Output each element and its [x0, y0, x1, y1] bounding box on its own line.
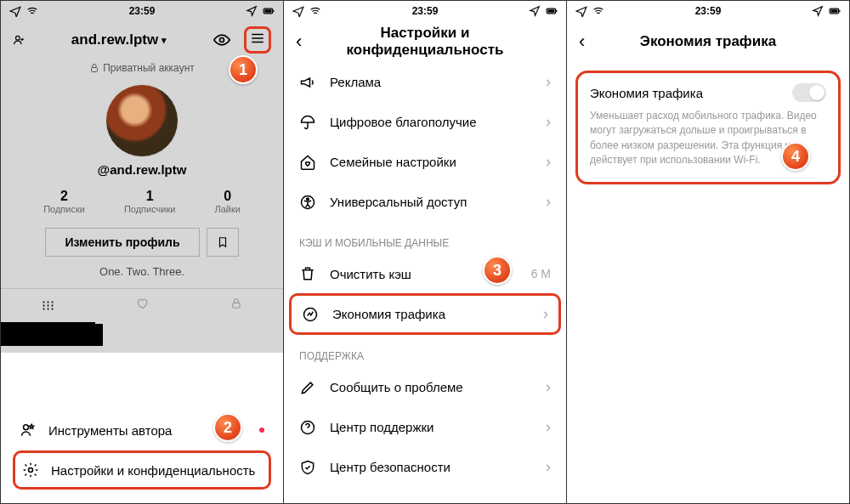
phone-profile: 23:59 and.rew.lptw 1 Приватный аккаунт @…	[1, 1, 283, 503]
person-star-icon	[20, 422, 37, 439]
phone-settings: 23:59 ‹ Настройки и конфиденциальность Р…	[284, 1, 566, 503]
location-icon	[246, 5, 258, 17]
badge-1: 1	[229, 55, 258, 84]
location-icon	[812, 5, 824, 17]
row-family[interactable]: Семейные настройки›	[284, 142, 566, 182]
svg-rect-17	[839, 10, 840, 12]
badge-3: 3	[483, 256, 512, 285]
location-icon	[529, 5, 541, 17]
question-icon	[299, 419, 316, 436]
row-help[interactable]: Центр поддержки›	[284, 407, 566, 447]
tab-liked[interactable]	[95, 289, 190, 324]
shield-icon	[299, 459, 316, 476]
sheet-settings[interactable]: Настройки и конфиденциальность	[13, 450, 271, 490]
highlight-data-saver: Экономия трафика›	[289, 293, 561, 335]
bookmark-button[interactable]	[207, 228, 239, 257]
airplane-icon	[9, 5, 21, 17]
phone-data-saver: 23:59 ‹ Экономия трафика Экономия трафик…	[567, 1, 849, 503]
stat-followers[interactable]: 1Подписчики	[124, 189, 176, 214]
toggle-switch[interactable]	[792, 83, 826, 102]
sheet-creator-label: Инструменты автора	[48, 423, 172, 438]
saver-toggle-label: Экономия трафика	[590, 86, 703, 100]
svg-rect-2	[264, 9, 271, 13]
saver-header: ‹ Экономия трафика	[567, 21, 849, 62]
notification-dot	[259, 428, 264, 433]
accessibility-icon	[299, 194, 316, 211]
svg-point-8	[29, 468, 33, 473]
profile-header: and.rew.lptw	[1, 21, 283, 55]
svg-rect-11	[547, 9, 554, 13]
status-time: 23:59	[695, 5, 722, 17]
saver-toggle-row[interactable]: Экономия трафика	[590, 83, 826, 102]
data-saver-icon	[302, 306, 319, 323]
battery-icon	[546, 5, 558, 17]
svg-rect-10	[556, 10, 557, 12]
svg-rect-18	[830, 9, 837, 13]
wifi-icon	[592, 5, 604, 17]
menu-button[interactable]	[244, 26, 271, 54]
status-time: 23:59	[129, 5, 156, 17]
private-label: Приватный аккаунт	[103, 62, 195, 74]
battery-icon	[829, 5, 841, 17]
row-report[interactable]: Сообщить о проблеме›	[284, 367, 566, 407]
row-safety[interactable]: Центр безопасности›	[284, 447, 566, 487]
heart-icon	[136, 297, 148, 309]
bio: One. Two. Three.	[1, 265, 283, 278]
settings-header: ‹ Настройки и конфиденциальность	[284, 21, 566, 62]
battery-icon	[263, 5, 275, 17]
row-data-saver[interactable]: Экономия трафика›	[292, 296, 558, 332]
gear-icon	[22, 462, 39, 479]
status-bar: 23:59	[284, 1, 566, 21]
megaphone-icon	[299, 74, 316, 91]
row-wellbeing[interactable]: Цифровое благополучие›	[284, 102, 566, 142]
profile-area: Приватный аккаунт @and.rew.lptw 2Подписк…	[1, 55, 283, 353]
stat-likes[interactable]: 0Лайки	[214, 189, 240, 214]
svg-point-13	[307, 198, 309, 201]
page-title: Настройки и конфиденциальность	[316, 25, 534, 59]
bookmark-icon	[217, 236, 229, 248]
svg-rect-1	[273, 10, 274, 12]
add-user-icon[interactable]	[13, 34, 25, 46]
section-support: ПОДДЕРЖКА	[284, 335, 566, 367]
badge-2: 2	[213, 413, 242, 442]
settings-list: Реклама› Цифровое благополучие› Семейные…	[284, 62, 566, 503]
status-bar: 23:59	[567, 1, 849, 21]
cache-size: 6 M	[531, 267, 551, 280]
handle: @and.rew.lptw	[1, 162, 283, 177]
trash-icon	[299, 265, 316, 282]
lock-icon	[89, 63, 99, 73]
umbrella-icon	[299, 114, 316, 131]
wifi-icon	[309, 5, 321, 17]
lock-tab-icon	[230, 297, 242, 309]
tab-grid[interactable]: ⁝⁝⁝	[1, 289, 95, 324]
profile-tabs: ⁝⁝⁝	[1, 288, 283, 324]
sheet-settings-label: Настройки и конфиденциальность	[51, 463, 255, 478]
row-clear-cache[interactable]: Очистить кэш 6 M	[284, 254, 566, 293]
stats: 2Подписки 1Подписчики 0Лайки	[1, 189, 283, 214]
status-time: 23:59	[412, 5, 439, 17]
svg-rect-5	[92, 68, 98, 72]
svg-point-7	[24, 425, 29, 430]
row-ads[interactable]: Реклама›	[284, 62, 566, 102]
badge-4: 4	[781, 142, 810, 171]
svg-point-4	[219, 38, 224, 42]
wifi-icon	[26, 5, 38, 17]
row-accessibility[interactable]: Универсальный доступ›	[284, 182, 566, 222]
home-heart-icon	[299, 154, 316, 171]
airplane-icon	[575, 5, 587, 17]
page-title: Экономия трафика	[599, 33, 817, 50]
svg-point-3	[16, 36, 20, 40]
stat-following[interactable]: 2Подписки	[43, 189, 85, 214]
section-cache: КЭШ И МОБИЛЬНЫЕ ДАННЫЕ	[284, 222, 566, 254]
avatar[interactable]	[105, 84, 178, 157]
back-button[interactable]: ‹	[296, 31, 316, 53]
eye-icon[interactable]	[213, 31, 230, 48]
svg-rect-6	[233, 303, 240, 308]
username[interactable]: and.rew.lptw	[71, 31, 167, 48]
hamburger-icon	[250, 31, 265, 46]
tab-private[interactable]	[189, 289, 283, 324]
back-button[interactable]: ‹	[579, 31, 599, 53]
edit-profile-button[interactable]: Изменить профиль	[45, 228, 199, 257]
bottom-sheet: Инструменты автора Настройки и конфиденц…	[1, 396, 283, 503]
status-bar: 23:59	[1, 1, 283, 21]
